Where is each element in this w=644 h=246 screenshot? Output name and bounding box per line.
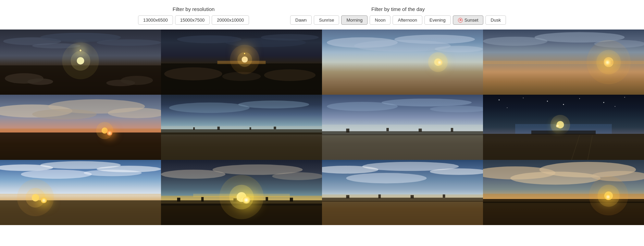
grid-item-r1c2[interactable] — [161, 30, 322, 95]
svg-point-67 — [579, 98, 580, 99]
grid-item-r2c4[interactable] — [483, 95, 644, 160]
svg-point-8 — [27, 79, 53, 85]
svg-rect-36 — [483, 61, 644, 64]
grid-item-r2c1[interactable] — [0, 95, 161, 160]
svg-point-2 — [97, 39, 161, 46]
svg-rect-62 — [419, 129, 422, 132]
svg-point-65 — [523, 97, 523, 98]
resolution-btn-15000[interactable]: 15000x7500 — [175, 15, 210, 25]
time-btn-noon[interactable]: Noon — [370, 15, 391, 25]
svg-point-64 — [499, 99, 500, 101]
svg-rect-97 — [177, 198, 180, 201]
resolution-filter-buttons: 13000x6500 15000x7500 20000x10000 — [138, 15, 249, 25]
svg-point-17 — [164, 67, 222, 80]
svg-rect-110 — [322, 201, 483, 225]
svg-point-92 — [272, 172, 322, 180]
sunset-close-icon[interactable]: ✕ — [458, 18, 463, 23]
svg-point-56 — [430, 106, 483, 112]
grid-item-r1c3[interactable] — [322, 30, 483, 95]
time-btn-sunset[interactable]: ✕ Sunset — [453, 15, 483, 25]
svg-point-89 — [17, 179, 54, 216]
svg-point-23 — [230, 45, 259, 74]
svg-rect-63 — [451, 128, 453, 132]
svg-point-12 — [62, 42, 99, 79]
svg-point-83 — [21, 170, 92, 179]
svg-point-108 — [346, 173, 427, 183]
grid-item-r3c1[interactable] — [0, 160, 161, 225]
resolution-filter-group: Filter by resolution 13000x6500 15000x75… — [138, 6, 249, 25]
svg-rect-61 — [386, 128, 389, 131]
svg-rect-100 — [266, 197, 268, 201]
svg-rect-60 — [346, 129, 349, 132]
svg-point-15 — [261, 34, 319, 40]
svg-point-84 — [84, 170, 141, 176]
time-btn-afternoon[interactable]: Afternoon — [393, 15, 422, 25]
svg-rect-101 — [290, 198, 293, 201]
svg-point-18 — [264, 69, 315, 81]
grid-item-r1c1[interactable] — [0, 30, 161, 95]
svg-point-72 — [615, 106, 615, 107]
grid-item-r3c4[interactable] — [483, 160, 644, 225]
svg-point-29 — [428, 52, 448, 72]
time-btn-morning[interactable]: Morning — [341, 15, 368, 25]
resolution-filter-label: Filter by resolution — [173, 6, 215, 12]
svg-point-70 — [507, 107, 507, 108]
svg-point-71 — [563, 104, 564, 105]
time-btn-sunrise[interactable]: Sunrise — [314, 15, 339, 25]
svg-point-40 — [32, 109, 97, 119]
resolution-btn-20000[interactable]: 20000x10000 — [212, 15, 249, 25]
svg-rect-58 — [322, 134, 483, 160]
svg-point-104 — [219, 175, 263, 219]
time-filter-buttons: Dawn Sunrise Morning Noon Afternoon Even… — [290, 15, 506, 25]
svg-rect-76 — [483, 134, 644, 160]
svg-rect-41 — [0, 129, 161, 132]
resolution-btn-13000[interactable]: 13000x6500 — [138, 15, 173, 25]
time-btn-dusk[interactable]: Dusk — [485, 15, 506, 25]
svg-point-69 — [624, 97, 625, 98]
svg-rect-52 — [250, 127, 251, 130]
filter-bar: Filter by resolution 13000x6500 15000x75… — [0, 0, 644, 30]
svg-rect-115 — [443, 195, 445, 198]
svg-rect-42 — [0, 132, 161, 160]
svg-point-44 — [96, 122, 113, 139]
svg-rect-50 — [193, 127, 195, 130]
svg-point-68 — [603, 102, 604, 103]
svg-rect-51 — [218, 127, 220, 130]
svg-rect-112 — [346, 195, 349, 199]
svg-rect-98 — [201, 197, 204, 201]
grid-item-r2c3[interactable] — [322, 95, 483, 160]
svg-point-27 — [435, 46, 483, 52]
svg-point-9 — [106, 80, 135, 86]
svg-point-55 — [382, 98, 472, 106]
svg-rect-114 — [411, 195, 414, 199]
svg-point-125 — [589, 176, 628, 215]
grid-item-r3c2[interactable] — [161, 160, 322, 225]
svg-rect-113 — [379, 195, 381, 198]
svg-point-118 — [510, 172, 600, 185]
svg-rect-79 — [531, 131, 596, 134]
svg-point-46 — [238, 101, 309, 108]
svg-point-66 — [547, 101, 548, 102]
time-btn-dawn[interactable]: Dawn — [290, 15, 312, 25]
svg-rect-48 — [161, 132, 322, 160]
svg-rect-53 — [274, 127, 276, 129]
grid-item-r1c4[interactable] — [483, 30, 644, 95]
time-filter-group: Filter by time of the day Dawn Sunrise M… — [290, 6, 506, 25]
svg-rect-49 — [161, 129, 322, 134]
grid-item-r3c3[interactable] — [322, 160, 483, 225]
grid-item-r2c2[interactable] — [161, 95, 322, 160]
image-grid — [0, 30, 644, 225]
svg-point-45 — [169, 103, 250, 113]
time-btn-evening[interactable]: Evening — [424, 15, 451, 25]
time-filter-label: Filter by time of the day — [371, 6, 425, 12]
